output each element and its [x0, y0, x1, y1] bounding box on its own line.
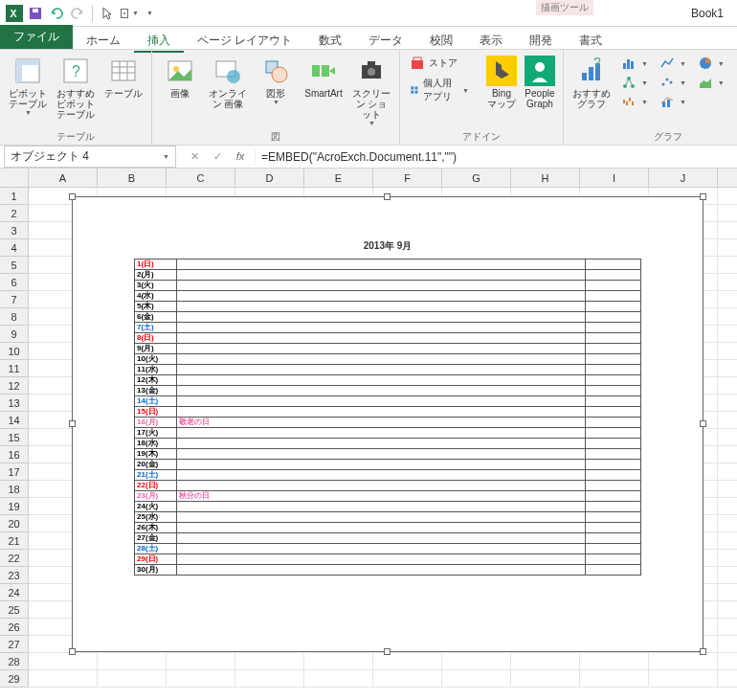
resize-handle[interactable] — [700, 193, 706, 200]
resize-handle[interactable] — [69, 193, 76, 200]
row-header[interactable]: 11 — [0, 360, 28, 377]
pie-chart-icon[interactable]: ▼ — [694, 54, 728, 73]
bar-chart-icon[interactable]: ▼ — [732, 54, 737, 73]
col-header[interactable]: E — [304, 169, 373, 187]
svg-rect-23 — [322, 65, 329, 77]
calendar-note — [177, 407, 586, 418]
tab-ページ レイアウト[interactable]: ページ レイアウト — [184, 30, 305, 51]
row-header[interactable]: 25 — [0, 601, 28, 619]
row-header[interactable]: 13 — [0, 395, 28, 412]
tab-開発[interactable]: 開発 — [516, 30, 566, 51]
touch-mode-icon[interactable]: ▼ — [118, 3, 139, 24]
people-graph-button[interactable]: People Graph — [523, 54, 557, 111]
row-header[interactable]: 4 — [0, 239, 28, 257]
row-header[interactable]: 15 — [0, 429, 28, 446]
tab-file[interactable]: ファイル — [0, 25, 73, 49]
row-header[interactable]: 6 — [0, 274, 28, 291]
row-header[interactable]: 22 — [0, 550, 28, 567]
embedded-object[interactable]: 2013年 9月 1(日)2(月)3(火)4(水)5(木)6(金)7(土)8(日… — [72, 196, 704, 652]
col-header[interactable]: G — [442, 169, 511, 187]
row-header[interactable]: 23 — [0, 567, 28, 584]
row-header[interactable]: 26 — [0, 619, 28, 636]
undo-icon[interactable] — [46, 3, 67, 24]
table-button[interactable]: テーブル — [101, 54, 145, 101]
recommended-pivot-button[interactable]: ? おすすめ ピボットテーブル — [54, 54, 98, 122]
row-header[interactable]: 19 — [0, 498, 28, 515]
row-header[interactable]: 12 — [0, 377, 28, 395]
row-header[interactable]: 2 — [0, 205, 28, 222]
tab-ホーム[interactable]: ホーム — [73, 30, 134, 51]
shapes-button[interactable]: 図形▼ — [254, 54, 298, 107]
tab-書式[interactable]: 書式 — [566, 30, 615, 51]
row-header[interactable]: 1 — [0, 188, 28, 205]
col-header[interactable]: D — [235, 169, 304, 187]
resize-handle[interactable] — [700, 648, 706, 655]
cancel-icon[interactable]: ✕ — [186, 150, 203, 163]
row-header[interactable]: 28 — [0, 653, 28, 670]
row-header[interactable]: 20 — [0, 515, 28, 532]
row-header[interactable]: 18 — [0, 481, 28, 498]
name-box[interactable]: オブジェクト 4▼ — [4, 146, 176, 168]
col-header[interactable]: H — [511, 169, 580, 187]
enter-icon[interactable]: ✓ — [209, 150, 226, 163]
row-header[interactable]: 5 — [0, 257, 28, 274]
calendar-date: 29(日) — [135, 554, 177, 565]
tab-データ[interactable]: データ — [355, 30, 416, 51]
fx-icon[interactable]: fx — [232, 150, 249, 163]
col-header[interactable]: C — [167, 169, 235, 187]
line-chart-icon[interactable]: ▼ — [656, 54, 690, 73]
col-header[interactable]: F — [373, 169, 442, 187]
my-apps-button[interactable]: 個人用アプリ▼ — [406, 75, 473, 105]
column-chart-icon[interactable]: ▼ — [617, 54, 652, 73]
col-header[interactable]: I — [580, 169, 649, 187]
tab-校閲[interactable]: 校閲 — [416, 30, 466, 51]
row-header[interactable]: 21 — [0, 532, 28, 550]
resize-handle[interactable] — [700, 420, 706, 427]
formula-input[interactable]: =EMBED("AcroExch.Document.11","") — [255, 148, 737, 166]
bing-maps-button[interactable]: Bing マップ — [484, 54, 519, 111]
online-picture-button[interactable]: オンライン 画像 — [206, 54, 250, 111]
row-header[interactable]: 8 — [0, 308, 28, 326]
row-header[interactable]: 27 — [0, 636, 28, 653]
resize-handle[interactable] — [69, 420, 76, 427]
row-header[interactable]: 3 — [0, 222, 28, 239]
combo-chart-icon[interactable]: ▼ — [656, 92, 690, 111]
row-header[interactable]: 29 — [0, 670, 28, 688]
row-headers[interactable]: 1234567891011121314151617181920212223242… — [0, 188, 29, 688]
hierarchy-chart-icon[interactable]: ▼ — [617, 73, 652, 92]
pivot-table-button[interactable]: ピボット テーブル▼ — [6, 54, 50, 118]
row-header[interactable]: 10 — [0, 343, 28, 360]
row-header[interactable]: 24 — [0, 584, 28, 601]
screenshot-button[interactable]: スクリーン ショット▼ — [349, 54, 393, 128]
store-button[interactable]: ストア — [406, 54, 473, 73]
picture-button[interactable]: 画像 — [158, 54, 202, 101]
col-header[interactable]: A — [29, 169, 98, 187]
win-loss-chart-icon[interactable]: ▼ — [617, 92, 652, 111]
scatter-chart-icon[interactable]: ▼ — [656, 73, 690, 92]
excel-icon[interactable]: X — [4, 3, 25, 24]
cursor-icon[interactable] — [97, 3, 118, 24]
col-header[interactable]: J — [649, 169, 718, 187]
surface-chart-icon[interactable]: ▼ — [694, 73, 728, 92]
radar-chart-icon[interactable]: ▼ — [732, 73, 737, 92]
resize-handle[interactable] — [69, 648, 76, 655]
recommended-charts-button[interactable]: ? おすすめ グラフ — [570, 54, 614, 111]
tab-数式[interactable]: 数式 — [305, 30, 355, 51]
save-icon[interactable] — [25, 3, 46, 24]
tab-表示[interactable]: 表示 — [466, 30, 516, 51]
resize-handle[interactable] — [384, 193, 391, 200]
select-all-corner[interactable] — [0, 169, 29, 188]
column-headers[interactable]: ABCDEFGHIJ — [29, 169, 737, 188]
redo-icon[interactable] — [67, 3, 88, 24]
calendar-date: 27(金) — [135, 533, 177, 544]
calendar-cell — [586, 302, 641, 312]
row-header[interactable]: 14 — [0, 412, 28, 429]
row-header[interactable]: 16 — [0, 446, 28, 463]
row-header[interactable]: 7 — [0, 291, 28, 308]
row-header[interactable]: 17 — [0, 463, 28, 481]
row-header[interactable]: 9 — [0, 326, 28, 343]
smartart-button[interactable]: SmartArt — [302, 54, 346, 101]
resize-handle[interactable] — [384, 648, 391, 655]
col-header[interactable]: B — [98, 169, 167, 187]
qat-customize-icon[interactable]: ▼ — [139, 3, 160, 24]
